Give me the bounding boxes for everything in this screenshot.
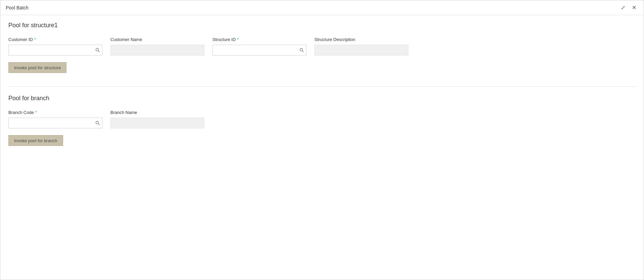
close-icon: ✕ xyxy=(632,5,636,10)
branch-code-input-wrapper xyxy=(8,118,102,128)
branch-fields-row: Branch Code * xyxy=(8,110,636,128)
structure-description-label: Structure Description xyxy=(314,37,408,42)
customer-id-label: Customer ID * xyxy=(8,37,102,42)
customer-id-search-icon xyxy=(95,48,100,52)
invoke-branch-button[interactable]: Invoke pool for branch xyxy=(8,135,63,146)
dialog-title: Pool Batch xyxy=(6,5,29,10)
customer-name-label: Customer Name xyxy=(110,37,204,42)
branch-code-input[interactable] xyxy=(9,119,93,127)
customer-name-group: Customer Name xyxy=(110,37,204,55)
dialog-titlebar: Pool Batch ⤢ ✕ xyxy=(0,0,644,15)
structure-description-input xyxy=(314,45,408,55)
customer-id-search-button[interactable] xyxy=(93,46,102,54)
dialog-controls: ⤢ ✕ xyxy=(619,4,638,11)
branch-name-label: Branch Name xyxy=(110,110,204,115)
structure-id-required: * xyxy=(237,37,239,42)
svg-line-1 xyxy=(98,51,100,52)
branch-name-group: Branch Name xyxy=(110,110,204,128)
section-divider xyxy=(8,86,636,87)
invoke-branch-btn-row: Invoke pool for branch xyxy=(8,135,636,146)
svg-line-5 xyxy=(98,124,100,125)
dialog-body: Pool for structure1 Customer ID * xyxy=(0,15,644,280)
customer-id-group: Customer ID * xyxy=(8,37,102,55)
branch-code-label: Branch Code * xyxy=(8,110,102,115)
restore-button[interactable]: ⤢ xyxy=(619,4,627,11)
svg-line-3 xyxy=(302,51,304,52)
restore-icon: ⤢ xyxy=(621,5,625,10)
branch-name-input xyxy=(110,118,204,128)
customer-id-input-wrapper xyxy=(8,45,102,55)
customer-name-input xyxy=(110,45,204,55)
structure-section: Pool for structure1 Customer ID * xyxy=(8,22,636,81)
invoke-structure-button[interactable]: Invoke pool for structure xyxy=(8,62,66,73)
customer-id-required: * xyxy=(34,37,36,42)
customer-id-input[interactable] xyxy=(9,46,93,54)
structure-section-title: Pool for structure1 xyxy=(8,22,636,29)
close-button[interactable]: ✕ xyxy=(630,4,638,11)
pool-batch-dialog: Pool Batch ⤢ ✕ Pool for structure1 Custo… xyxy=(0,0,644,280)
branch-section: Pool for branch Branch Code * xyxy=(8,95,636,154)
branch-section-title: Pool for branch xyxy=(8,95,636,102)
branch-code-group: Branch Code * xyxy=(8,110,102,128)
structure-id-search-button[interactable] xyxy=(297,46,306,54)
invoke-structure-btn-row: Invoke pool for structure xyxy=(8,62,636,73)
structure-id-input-wrapper xyxy=(212,45,306,55)
structure-description-group: Structure Description xyxy=(314,37,408,55)
structure-id-label: Structure ID * xyxy=(212,37,306,42)
structure-id-input[interactable] xyxy=(213,46,297,54)
branch-code-required: * xyxy=(35,110,37,115)
structure-id-search-icon xyxy=(299,48,304,52)
structure-id-group: Structure ID * xyxy=(212,37,306,55)
branch-code-search-button[interactable] xyxy=(93,119,102,127)
branch-code-search-icon xyxy=(95,121,100,125)
structure-fields-row: Customer ID * xyxy=(8,37,636,55)
